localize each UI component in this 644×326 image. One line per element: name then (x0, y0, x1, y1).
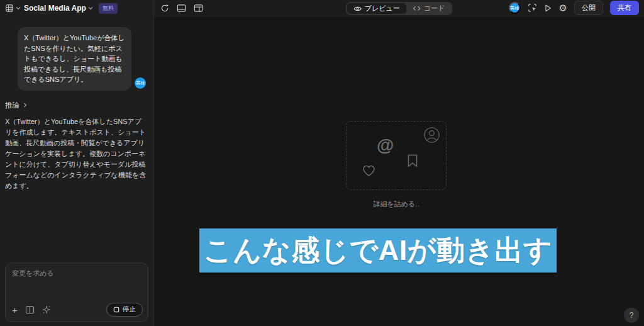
user-message-bubble: X（Twitter）とYouTubeが合体したSNSを作りたい。気軽にポストもで… (18, 27, 131, 91)
tab-preview[interactable]: プレビュー (347, 3, 406, 14)
composer-toolbar: + 停止 (6, 299, 148, 322)
generation-canvas: @ 詳細を詰める.. こんな感じでAIが動き出す ? (154, 16, 644, 326)
attach-button[interactable]: + (12, 305, 18, 315)
chat-sidebar: Social Media App 無料 X（Twitter）とYouTubeが合… (0, 0, 154, 326)
tab-code-label: コード (424, 4, 445, 13)
stop-square-icon (113, 306, 119, 313)
reasoning-toggle[interactable]: 推論 (5, 101, 148, 110)
reasoning-label: 推論 (5, 101, 19, 110)
console-icon (177, 4, 186, 13)
assistant-message: X（Twitter）とYouTubeを合体したSNSアプリを作成します。テキスト… (5, 116, 148, 191)
chevron-down-icon (88, 6, 93, 11)
user-avatar: 英雄 (135, 77, 146, 89)
console-button[interactable] (177, 4, 186, 13)
sparkle-button[interactable] (42, 305, 51, 314)
gear-icon: ⚙ (559, 3, 567, 13)
plan-badge: 無料 (99, 3, 118, 14)
toolbar-left-group (160, 4, 203, 13)
caption-text: こんな感じでAIが動き出す (204, 232, 553, 269)
select-element-icon (528, 3, 537, 13)
tab-code[interactable]: コード (406, 3, 452, 14)
preview-panel: プレビュー コード 英雄 (154, 0, 644, 326)
heart-icon (362, 164, 376, 177)
bookmark-icon (408, 154, 418, 167)
user-circle-icon (423, 126, 440, 143)
preview-toolbar: プレビュー コード 英雄 (154, 0, 644, 16)
stop-button[interactable]: 停止 (106, 303, 143, 317)
settings-button[interactable]: ⚙ (559, 3, 567, 13)
account-avatar[interactable]: 英雄 (509, 2, 521, 14)
chevron-down-icon (16, 6, 21, 11)
chevron-right-icon (23, 103, 28, 108)
refresh-icon (160, 4, 169, 13)
eye-icon (353, 6, 362, 12)
change-request-input[interactable] (6, 263, 148, 299)
book-icon (25, 306, 35, 314)
stop-button-label: 停止 (123, 305, 136, 314)
run-button[interactable] (544, 4, 552, 13)
plus-icon: + (12, 305, 18, 315)
project-header: Social Media App 無料 (0, 0, 153, 16)
share-button[interactable]: 共有 (610, 1, 639, 15)
layout-button[interactable] (194, 4, 203, 13)
generation-status-text: 詳細を詰める.. (346, 200, 447, 209)
refresh-button[interactable] (160, 4, 169, 13)
tab-preview-label: プレビュー (365, 4, 400, 13)
user-message-row: X（Twitter）とYouTubeが合体したSNSを作りたい。気軽にポストもで… (5, 27, 148, 91)
project-name-button[interactable]: Social Media App (24, 4, 93, 13)
select-element-button[interactable] (528, 3, 537, 13)
caption-banner: こんな感じでAIが動き出す (199, 228, 557, 273)
chat-composer: + 停止 (5, 262, 148, 322)
chat-thread: X（Twitter）とYouTubeが合体したSNSを作りたい。気軽にポストもで… (0, 16, 153, 262)
sparkle-icon (42, 305, 51, 314)
help-question-label: ? (630, 311, 634, 320)
layout-icon (194, 4, 203, 13)
knowledge-button[interactable] (25, 306, 35, 314)
generation-placeholder-box: @ (346, 121, 447, 190)
view-mode-tabs: プレビュー コード (346, 2, 453, 15)
play-icon (544, 4, 552, 13)
app-window: Social Media App 無料 X（Twitter）とYouTubeが合… (0, 0, 644, 326)
grid-logo-icon (5, 4, 14, 13)
toolbar-right-group: 英雄 ⚙ 公開 共有 (509, 1, 639, 15)
publish-button[interactable]: 公開 (574, 1, 603, 15)
code-icon (413, 6, 421, 11)
help-button[interactable]: ? (624, 308, 639, 323)
app-logo-menu-button[interactable] (5, 4, 21, 13)
at-icon: @ (377, 137, 394, 154)
project-name: Social Media App (24, 4, 86, 13)
